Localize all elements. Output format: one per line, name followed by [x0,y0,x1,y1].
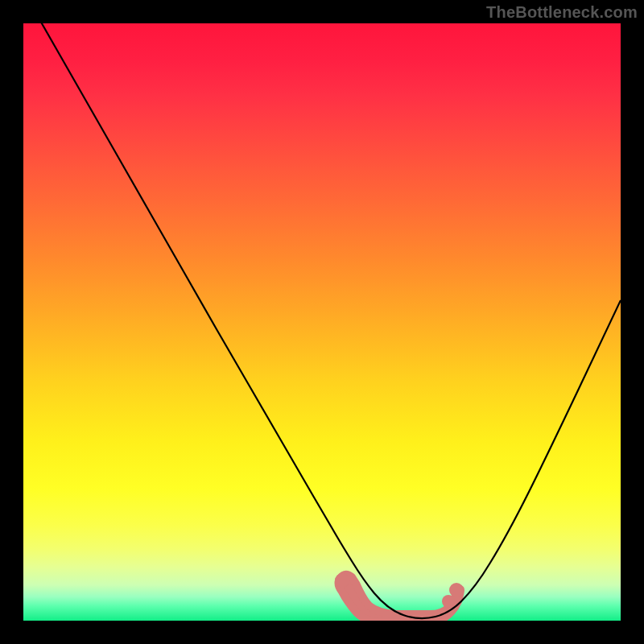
chart-svg [23,23,621,621]
curve-line [23,23,621,618]
svg-point-0 [335,573,349,588]
svg-point-2 [442,595,455,608]
svg-point-1 [449,583,464,597]
watermark-text: TheBottleneck.com [486,3,638,22]
chart-plot-area [23,23,621,621]
